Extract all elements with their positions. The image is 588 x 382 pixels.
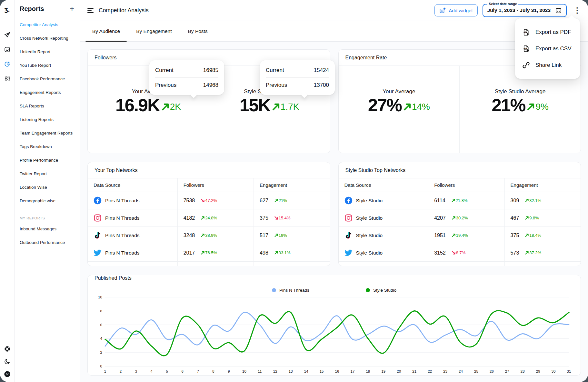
sidebar-item-facebook-performance[interactable]: Facebook Performance [15, 72, 80, 85]
add-widget-button[interactable]: Add widget [434, 4, 477, 16]
date-range-picker[interactable]: Select date range July 1, 2023 - July 31… [483, 4, 567, 17]
table-row-facebook: Style Studio611421.8%30932.1% [339, 192, 581, 209]
series-line-style-studio [105, 311, 569, 356]
tab-by-posts[interactable]: By Posts [180, 21, 215, 41]
menu-item-export-as-csv[interactable]: CSVExport as CSV [515, 40, 580, 57]
table-row-instagram: Pins N Threads418224.8%37515.4% [88, 209, 330, 226]
sidebar-item-profile-performance[interactable]: Profile Performance [15, 153, 80, 167]
inbox-icon[interactable] [4, 46, 11, 53]
svg-text:30: 30 [552, 369, 556, 373]
page-title: Competitor Analysis [99, 7, 149, 14]
tab-by-audience[interactable]: By Audience [84, 21, 128, 41]
sidebar-item-demographic-wise[interactable]: Demographic wise [15, 194, 80, 207]
your-top-networks-card: Your Top Networks Data SourceFollowersEn… [87, 162, 330, 266]
engagement-value: 573 [511, 250, 519, 256]
moon-icon[interactable] [4, 358, 11, 365]
sidebar-item-twitter-report[interactable]: Twitter Report [15, 167, 80, 180]
svg-text:22: 22 [428, 369, 432, 373]
svg-text:18: 18 [366, 369, 370, 373]
followers-value: 1951 [434, 233, 446, 238]
published-posts-title: Published Posts [88, 275, 581, 281]
followers-value: 2017 [184, 250, 195, 256]
column-header-data-source: Data Source [339, 178, 428, 192]
sidebar-item-tags-breakdown[interactable]: Tags Breakdown [15, 140, 80, 153]
table-row-tiktok: Style Studio195119.4%37518.4% [339, 226, 581, 244]
tab-by-engagement[interactable]: By Engagement [128, 21, 180, 41]
legend-dot [272, 288, 276, 292]
column-header-followers: Followers [428, 178, 504, 192]
engagement-competitor-average-delta: 9% [526, 102, 548, 112]
sidebar-item-cross-network-reporting[interactable]: Cross Network Reporting [15, 31, 80, 45]
followers-value: 3152 [434, 250, 446, 256]
sidebar-item-engagement-reports[interactable]: Engagement Reports [15, 85, 80, 99]
engagement-competitor-average: Style Studio Average 21% 9% [459, 66, 581, 153]
sidebar-item-inbound-messages[interactable]: Inbound Messages [15, 222, 80, 236]
brand-logo[interactable]: ʒ. [5, 6, 10, 13]
published-posts-line-chart[interactable]: 0246810123456789101112131415161718192021… [92, 294, 575, 375]
engagement-value: 467 [511, 215, 519, 221]
chart-canvas[interactable]: 0246810123456789101112131415161718192021… [88, 293, 581, 380]
legend-item-style-studio[interactable]: Style Studio [366, 288, 396, 293]
facebook-icon [344, 196, 353, 205]
legend-item-pins-n-threads[interactable]: Pins N Threads [272, 288, 309, 293]
trend-up-icon [161, 103, 170, 111]
data-source-name: Style Studio [356, 233, 383, 238]
svg-text:0: 0 [100, 364, 102, 368]
trend-up-indicator: 30.2% [452, 216, 468, 220]
engagement-value: 375 [260, 215, 268, 221]
sidebar-item-linkedin-report[interactable]: LinkedIn Report [15, 45, 80, 58]
rail-nav-icons [4, 31, 11, 82]
gear-icon[interactable] [4, 75, 11, 82]
kebab-menu-button[interactable]: ⋮ [572, 6, 583, 15]
csv-file-icon: CSV [522, 45, 530, 53]
menu-item-share-link[interactable]: Share Link [515, 57, 580, 73]
menu-item-export-as-pdf[interactable]: PDFExport as PDF [515, 24, 580, 40]
followers-value: 3248 [184, 233, 195, 238]
table-row-tiktok: Pins N Threads324838.9%51719% [88, 226, 330, 244]
trend-up-indicator: 18.4% [525, 233, 541, 238]
date-range-value: July 1, 2023 - July 31, 2023 [487, 7, 551, 13]
twitter-icon [94, 249, 102, 257]
sidebar-item-youtube-report[interactable]: YouTube Report [15, 58, 80, 72]
svg-text:11: 11 [258, 369, 262, 373]
trend-up-indicator: 21.8% [451, 198, 468, 203]
svg-text:10: 10 [242, 369, 246, 373]
column-header-engagement: Engagement [504, 178, 581, 192]
add-report-button[interactable]: + [70, 5, 74, 13]
svg-text:23: 23 [443, 369, 447, 373]
followers-value: 4182 [184, 215, 195, 221]
rail-bottom-icons [4, 345, 11, 377]
sidebar-item-listening-reports[interactable]: Listening Reports [15, 113, 80, 126]
your-top-networks-title: Your Top Networks [88, 162, 330, 178]
avatar[interactable] [4, 370, 11, 377]
facebook-icon [94, 196, 102, 205]
svg-text:2: 2 [100, 350, 102, 354]
competitor-top-networks-title: Style Studio Top Networks [339, 162, 581, 178]
trend-down-indicator: 8.7% [452, 250, 466, 255]
svg-text:25: 25 [474, 369, 478, 373]
pie-chart-icon[interactable] [4, 60, 11, 67]
topbar: Competitor Analysis Add widget Select da… [80, 0, 588, 21]
sidebar-item-competitor-analysis[interactable]: Competitor Analysis [15, 18, 80, 31]
followers-competitor-average-delta: 1.7K [272, 102, 299, 112]
engagement-your-average-delta: 14% [403, 102, 430, 112]
trend-up-indicator: 33.1% [274, 250, 291, 255]
sidebar-item-location-wise[interactable]: Location Wise [15, 180, 80, 194]
series-line-pins-n-threads [105, 312, 569, 346]
svg-text:9: 9 [228, 369, 230, 373]
sidebar-item-outbound-performance[interactable]: Outbound Performance [15, 236, 80, 249]
sidebar-item-sla-reports[interactable]: SLA Reports [15, 99, 80, 113]
pdf-file-icon: PDF [522, 28, 530, 36]
help-icon[interactable] [4, 345, 11, 352]
followers-tooltip-your-average: Current16985 Previous14968 [149, 60, 224, 95]
reports-panel-title: Reports [20, 5, 44, 13]
svg-text:7: 7 [197, 369, 199, 373]
hamburger-menu-icon[interactable] [87, 8, 94, 13]
send-icon[interactable] [4, 31, 11, 38]
svg-text:19: 19 [381, 369, 385, 373]
trend-up-indicator: 32.1% [525, 198, 541, 203]
tiktok-icon [94, 231, 102, 239]
competitor-top-networks-card: Style Studio Top Networks Data SourceFol… [338, 162, 581, 266]
sidebar-item-team-engagement-reports[interactable]: Team Engagement Reports [15, 126, 80, 140]
table-row-twitter: Pins N Threads201776.5%49833.1% [88, 244, 330, 261]
